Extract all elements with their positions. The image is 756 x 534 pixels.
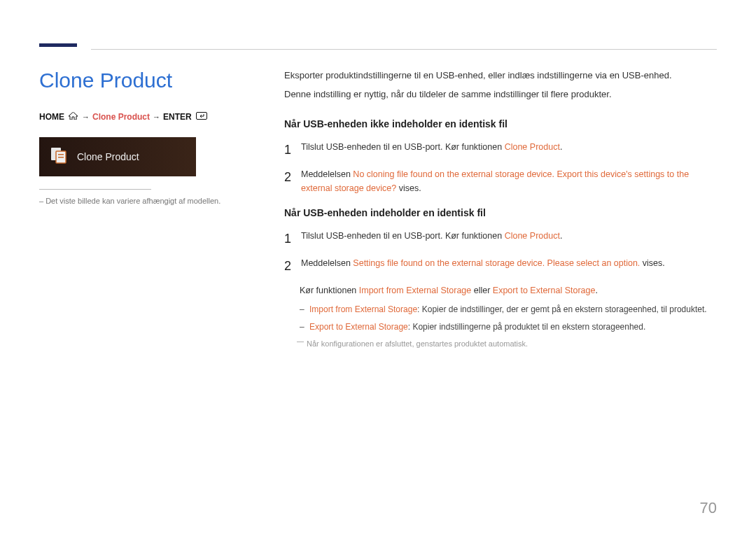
step-text: vises. <box>640 258 664 268</box>
step-number: 2 <box>284 256 301 276</box>
tile-label: Clone Product <box>77 151 139 162</box>
step-text: Meddelelsen <box>301 258 353 268</box>
intro-block: Eksporter produktindstillingerne til en … <box>284 69 717 102</box>
message-text: No cloning file found on the external st… <box>301 169 689 193</box>
step-body: Meddelelsen No cloning file found on the… <box>301 167 717 195</box>
accent-bar <box>39 43 77 47</box>
intro-line: Eksporter produktindstillingerne til en … <box>284 69 717 83</box>
footnote: Når konfigurationen er afsluttet, gensta… <box>300 338 717 351</box>
step-number: 2 <box>284 167 301 195</box>
function-name: Import from External Storage <box>359 286 471 295</box>
right-column: Eksporter produktindstillingerne til en … <box>277 69 717 351</box>
clone-product-tile: Clone Product <box>39 137 196 176</box>
page-title: Clone Product <box>39 69 249 92</box>
clone-icon <box>49 146 69 168</box>
bullet-text: : Kopier de indstillinger, der er gemt p… <box>417 304 707 314</box>
dash-icon: – <box>300 321 309 334</box>
section-heading: Når USB-enheden ikke indeholder en ident… <box>284 116 717 132</box>
step-body: Tilslut USB-enheden til en USB-port. Kør… <box>301 229 717 249</box>
page-number: 70 <box>700 499 717 517</box>
step-text: Tilslut USB-enheden til en USB-port. Kør… <box>301 142 505 152</box>
step-body: Tilslut USB-enheden til en USB-port. Kør… <box>301 140 717 160</box>
note-text: . <box>595 286 597 295</box>
step-row: 2 Meddelelsen No cloning file found on t… <box>284 167 717 195</box>
step-row: 1 Tilslut USB-enheden til en USB-port. K… <box>284 229 717 249</box>
function-note: Kør funktionen Import from External Stor… <box>300 283 717 297</box>
intro-line: Denne indstilling er nyttig, når du tild… <box>284 87 717 102</box>
left-column: Clone Product HOME → Clone Product → ENT… <box>39 69 277 351</box>
section-heading: Når USB-enheden indeholder en identisk f… <box>284 205 717 220</box>
step-row: 1 Tilslut USB-enheden til en USB-port. K… <box>284 140 717 160</box>
home-icon <box>69 112 78 122</box>
breadcrumb-home: HOME <box>39 112 64 122</box>
step-text: . <box>560 142 562 152</box>
step-number: 1 <box>284 229 301 249</box>
function-name: Export to External Storage <box>493 286 596 295</box>
breadcrumb-enter: ENTER <box>163 112 192 122</box>
step-text: Meddelelsen <box>301 169 353 179</box>
arrow-icon: → <box>153 113 160 121</box>
svg-rect-4 <box>58 157 64 158</box>
message-text: Settings file found on the external stor… <box>353 258 640 268</box>
function-name: Clone Product <box>505 231 560 241</box>
arrow-icon: → <box>82 113 90 121</box>
step-text: Tilslut USB-enheden til en USB-port. Kør… <box>301 231 505 241</box>
function-name: Import from External Storage <box>309 304 417 314</box>
function-name: Export to External Storage <box>309 322 408 332</box>
note-text: eller <box>471 286 493 295</box>
function-name: Clone Product <box>505 142 560 152</box>
bullet-item: – Import from External Storage: Kopier d… <box>300 303 717 316</box>
note-text: Kør funktionen <box>300 286 359 295</box>
top-divider <box>91 49 717 50</box>
svg-rect-3 <box>58 154 64 155</box>
bullet-text: : Kopier indstillingerne på produktet ti… <box>408 322 646 332</box>
dash-icon: – <box>300 303 309 316</box>
step-body: Meddelelsen Settings file found on the e… <box>301 256 717 276</box>
bullet-item: – Export to External Storage: Kopier ind… <box>300 321 717 334</box>
step-text: vises. <box>396 183 421 193</box>
model-caption: – Det viste billede kan variere afhængig… <box>39 197 249 205</box>
enter-icon <box>196 112 207 122</box>
step-text: . <box>560 231 562 241</box>
breadcrumb: HOME → Clone Product → ENTER <box>39 112 249 122</box>
breadcrumb-clone: Clone Product <box>92 112 150 122</box>
step-row: 2 Meddelelsen Settings file found on the… <box>284 256 717 276</box>
step-number: 1 <box>284 140 301 160</box>
short-divider <box>39 189 151 190</box>
